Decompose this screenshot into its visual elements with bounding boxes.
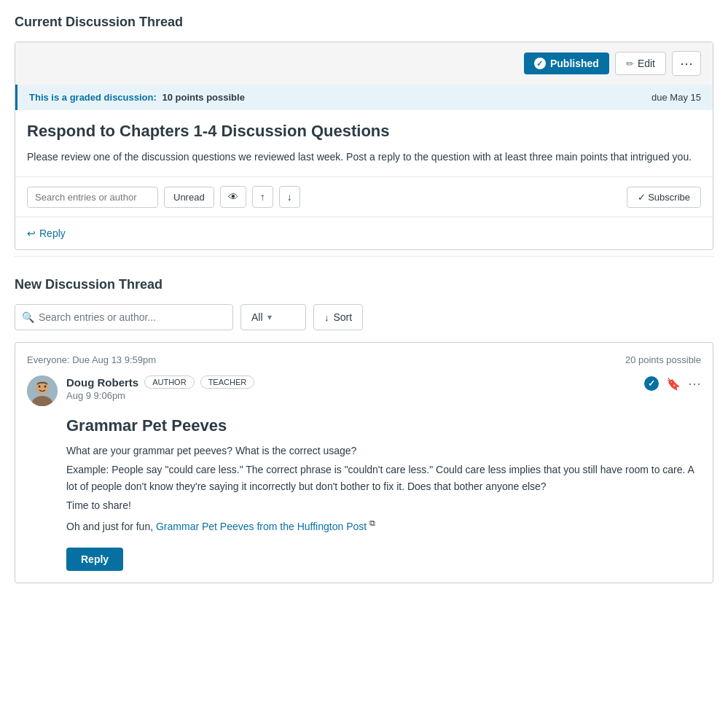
reply-button-old[interactable]: ↩ Reply [27,227,66,239]
reply-bar: ↩ Reply [15,217,713,249]
reply-arrow-icon: ↩ [27,227,36,239]
content-line4: Oh and just for fun, Grammar Pet Peeves … [66,517,701,534]
content-line2: Example: People say "could care less." T… [66,462,701,494]
collapse-down-button[interactable]: ↓ [279,186,300,208]
subscribe-button[interactable]: ✓ Subscribe [627,187,701,208]
sort-icon: ↓ [324,312,329,323]
discussion-title: Respond to Chapters 1-4 Discussion Quest… [27,122,701,141]
edit-label: Edit [638,58,655,69]
page-title: Current Discussion Thread [15,15,713,30]
chevron-down-icon: ▾ [267,312,272,322]
due-text: Everyone: Due Aug 13 9:59pm [27,354,156,365]
discussion-body: Respond to Chapters 1-4 Discussion Quest… [15,110,713,176]
post-actions: 🔖 ⋯ [644,376,701,392]
filter-dropdown[interactable]: All ▾ [240,304,306,330]
post-author-row: Doug Roberts AUTHOR TEACHER Aug 9 9:06pm… [27,376,701,406]
collapse-up-icon: ↑ [260,191,265,203]
thread-post: Everyone: Due Aug 13 9:59pm 20 points po… [15,342,713,583]
post-content: What are your grammar pet peeves? What i… [66,443,701,534]
author-name-row: Doug Roberts AUTHOR TEACHER [66,376,635,389]
huffington-post-link[interactable]: Grammar Pet Peeves from the Huffington P… [156,520,367,532]
bookmark-icon[interactable]: 🔖 [666,377,681,391]
svg-point-4 [39,386,41,388]
search-icon: 🔍 [22,311,34,323]
edit-button[interactable]: ✏ Edit [615,52,666,75]
collapse-down-icon: ↓ [287,191,292,203]
post-meta-top: Everyone: Due Aug 13 9:59pm 20 points po… [27,354,701,365]
content-line1: What are your grammar pet peeves? What i… [66,443,701,459]
graded-info: This is a graded discussion: 10 points p… [29,92,245,103]
published-button[interactable]: Published [524,52,609,74]
discussion-toolbar: Unread 👁 ↑ ↓ ✓ Subscribe [15,176,713,217]
author-info: Doug Roberts AUTHOR TEACHER Aug 9 9:06pm [66,376,635,401]
unread-button[interactable]: Unread [164,187,214,208]
svg-point-5 [44,386,47,388]
content-line3: Time to share! [66,497,701,513]
post-title: Grammar Pet Peeves [66,416,701,435]
author-name: Doug Roberts [66,376,138,389]
points-possible: 20 points possible [625,354,701,365]
avatar [27,376,58,406]
collapse-up-button[interactable]: ↑ [252,186,273,208]
discussion-description: Please review one of the discussion ques… [27,149,701,165]
filter-label: All [251,311,263,323]
section-divider [15,256,713,257]
eye-icon: 👁 [228,191,238,203]
published-check-icon [534,58,546,69]
graded-banner: This is a graded discussion: 10 points p… [15,85,713,110]
search-wrap: 🔍 [15,304,233,330]
more-post-options-icon[interactable]: ⋯ [688,376,701,392]
check-icon [644,376,659,391]
eye-button[interactable]: 👁 [220,186,246,208]
pencil-icon: ✏ [626,58,634,69]
search-input-new[interactable] [15,304,233,330]
external-link-icon: ⧉ [369,518,375,527]
new-thread-title: New Discussion Thread [15,277,713,292]
current-thread-card: Published ✏ Edit ⋯ This is a graded disc… [15,42,713,250]
due-date: due May 15 [651,92,701,103]
sort-button[interactable]: ↓ Sort [313,304,363,330]
graded-text: This is a graded discussion: 10 points p… [29,92,245,103]
reply-button-new[interactable]: Reply [66,548,123,571]
teacher-badge: TEACHER [200,376,255,389]
published-label: Published [550,58,599,69]
card-header: Published ✏ Edit ⋯ [15,42,713,85]
author-badge: AUTHOR [144,376,194,389]
search-input-old[interactable] [27,187,158,208]
sort-label: Sort [334,311,353,323]
new-thread-toolbar: 🔍 All ▾ ↓ Sort [15,304,713,330]
post-date: Aug 9 9:06pm [66,390,635,401]
points-text: 10 points possible [162,92,244,103]
more-options-button[interactable]: ⋯ [672,51,701,76]
